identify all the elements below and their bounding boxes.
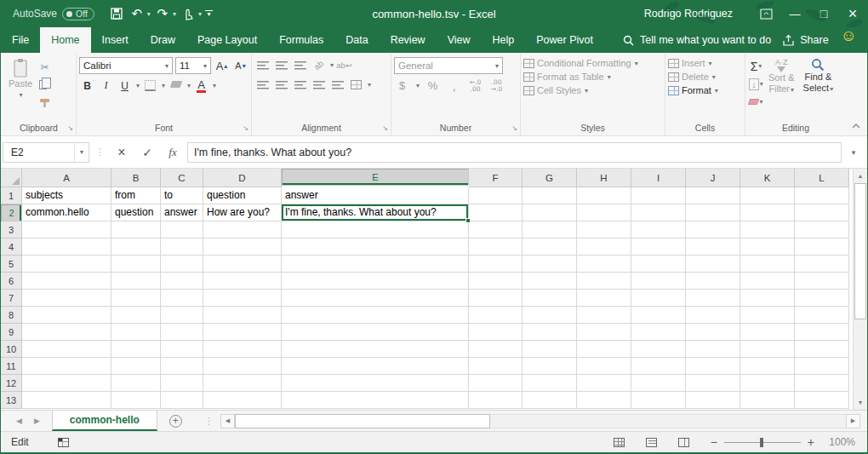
cell-L5[interactable] — [795, 256, 849, 273]
cell-H11[interactable] — [577, 358, 631, 375]
cell-E5[interactable] — [282, 256, 469, 273]
cell-D11[interactable] — [203, 358, 282, 375]
cell-K9[interactable] — [740, 324, 795, 341]
cell-D9[interactable] — [203, 324, 282, 341]
cell-E10[interactable] — [282, 341, 469, 358]
cell-K3[interactable] — [740, 221, 795, 238]
cell-F2[interactable] — [469, 204, 523, 221]
delete-cells-button[interactable]: Delete ▾ — [668, 72, 742, 82]
column-header-G[interactable]: G — [523, 169, 577, 187]
row-header-9[interactable]: 9 — [1, 324, 22, 341]
cell-H3[interactable] — [577, 221, 631, 238]
cell-B5[interactable] — [111, 256, 161, 273]
cell-A1[interactable]: subjects — [22, 187, 111, 204]
column-header-A[interactable]: A — [22, 169, 111, 187]
cell-E13[interactable] — [282, 392, 469, 409]
cell-H8[interactable] — [577, 307, 631, 324]
borders-dropdown[interactable]: ▾ — [162, 82, 165, 89]
name-box-dropdown[interactable]: ▾ — [74, 143, 89, 162]
scroll-right-arrow[interactable]: ▶ — [846, 414, 860, 428]
merge-center-button[interactable] — [348, 77, 364, 93]
tab-insert[interactable]: Insert — [91, 27, 140, 53]
cell-F10[interactable] — [469, 341, 523, 358]
cell-B7[interactable] — [111, 290, 161, 307]
cell-E11[interactable] — [282, 358, 469, 375]
cell-B13[interactable] — [111, 392, 161, 409]
cell-I10[interactable] — [631, 341, 686, 358]
clipboard-dialog-launcher[interactable]: ↘ — [67, 124, 73, 132]
cell-G13[interactable] — [523, 392, 577, 409]
insert-function-button[interactable]: fx — [162, 142, 184, 163]
cell-K12[interactable] — [740, 375, 795, 392]
row-header-3[interactable]: 3 — [1, 221, 22, 238]
cell-H5[interactable] — [577, 256, 631, 273]
cell-A3[interactable] — [22, 221, 111, 238]
number-format-select[interactable]: General ▾ — [394, 57, 503, 74]
cell-F5[interactable] — [469, 256, 523, 273]
cell-A10[interactable] — [22, 341, 111, 358]
cell-I6[interactable] — [631, 273, 686, 290]
column-header-E[interactable]: E — [282, 169, 469, 186]
cell-I7[interactable] — [631, 290, 686, 307]
cell-D7[interactable] — [203, 290, 282, 307]
find-select-button[interactable]: Find & Select▾ — [799, 55, 838, 121]
touch-mode-dropdown[interactable]: ▾ — [198, 10, 202, 18]
cell-C12[interactable] — [161, 375, 203, 392]
formula-input[interactable]: I'm fine, thanks. What about you? — [187, 142, 842, 163]
clear-button[interactable]: ▾ — [748, 94, 764, 110]
font-name-select[interactable]: Calibri ▾ — [79, 57, 173, 74]
accounting-dropdown[interactable]: ▾ — [416, 82, 420, 89]
sort-filter-button[interactable]: A·Z Sort & Filter▾ — [764, 55, 799, 121]
autosave-toggle[interactable]: Off — [62, 8, 94, 20]
page-layout-view-button[interactable] — [646, 438, 657, 447]
cell-H10[interactable] — [577, 341, 631, 358]
cell-B9[interactable] — [111, 324, 161, 341]
column-header-J[interactable]: J — [686, 169, 740, 187]
cell-L13[interactable] — [795, 392, 849, 409]
cell-F1[interactable] — [469, 187, 523, 204]
cell-G6[interactable] — [523, 273, 577, 290]
paste-button[interactable]: Paste ▾ — [4, 55, 37, 121]
tab-help[interactable]: Help — [482, 27, 526, 53]
cell-J6[interactable] — [686, 273, 740, 290]
next-sheet-button[interactable]: ▶ — [34, 417, 40, 425]
row-header-8[interactable]: 8 — [1, 307, 22, 324]
cell-K10[interactable] — [740, 341, 795, 358]
horizontal-scrollbar[interactable]: ◀ ▶ — [220, 413, 860, 428]
share-button[interactable]: Share — [782, 27, 837, 53]
maximize-button[interactable]: □ — [809, 0, 838, 27]
cell-G9[interactable] — [523, 324, 577, 341]
cell-I4[interactable] — [631, 238, 686, 256]
cell-J8[interactable] — [686, 307, 740, 324]
cell-B8[interactable] — [111, 307, 161, 324]
cell-I8[interactable] — [631, 307, 686, 324]
tab-view[interactable]: View — [437, 27, 482, 53]
cell-J5[interactable] — [686, 256, 740, 273]
vertical-scrollbar[interactable]: ▲ ▼ — [853, 169, 867, 410]
horizontal-scroll-thumb[interactable] — [235, 414, 490, 428]
cell-E7[interactable] — [282, 290, 469, 307]
zoom-in-button[interactable]: + — [808, 435, 814, 449]
cell-H12[interactable] — [577, 375, 631, 392]
tab-home[interactable]: Home — [40, 27, 90, 53]
row-header-7[interactable]: 7 — [1, 290, 22, 307]
user-name[interactable]: Rodrigo Rodriguez — [644, 8, 733, 20]
row-header-11[interactable]: 11 — [1, 358, 22, 375]
page-break-preview-button[interactable] — [678, 438, 689, 447]
column-header-K[interactable]: K — [740, 169, 795, 187]
cell-A12[interactable] — [22, 375, 111, 392]
touch-mouse-mode-button[interactable] — [180, 3, 197, 25]
cell-B10[interactable] — [111, 341, 161, 358]
cell-C2[interactable]: answer — [161, 204, 203, 221]
fill-color-button[interactable] — [168, 78, 184, 94]
cell-K6[interactable] — [740, 273, 795, 290]
cell-G4[interactable] — [523, 238, 577, 256]
cell-C5[interactable] — [161, 256, 203, 273]
prev-sheet-button[interactable]: ◀ — [16, 417, 22, 425]
tell-me-box[interactable]: Tell me what you want to do — [623, 27, 771, 53]
cell-G5[interactable] — [523, 256, 577, 273]
cell-K1[interactable] — [740, 187, 795, 204]
column-header-C[interactable]: C — [161, 169, 203, 187]
cell-L8[interactable] — [795, 307, 849, 324]
borders-button[interactable] — [142, 78, 158, 94]
